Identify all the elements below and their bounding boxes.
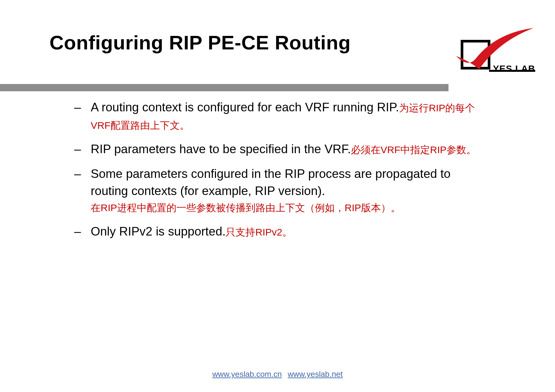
footer-link-1[interactable]: www.yeslab.com.cn [212,370,282,378]
slide: Configuring RIP PE-CE Routing YES LAB – … [0,0,555,392]
list-item: – A routing context is configured for ea… [74,99,480,133]
bullet-text-en: Only RIPv2 is supported. [91,225,226,238]
footer: www.yeslab.com.cnwww.yeslab.net [0,370,555,379]
bullet-dash-icon: – [74,165,81,183]
title-underline [0,84,448,91]
bullet-list: – A routing context is configured for ea… [74,99,480,247]
bullet-text-en: Some parameters configured in the RIP pr… [91,167,450,198]
list-item: – RIP parameters have to be specified in… [74,141,480,158]
footer-link-2[interactable]: www.yeslab.net [288,370,343,378]
bullet-dash-icon: – [74,223,81,240]
bullet-text-en: A routing context is configured for each… [91,100,399,114]
bullet-dash-icon: – [74,99,81,116]
bullet-text-zh: 在RIP进程中配置的一些参数被传播到路由上下文（例如，RIP版本）。 [91,200,480,216]
list-item: – Some parameters configured in the RIP … [74,165,480,216]
logo-text: YES LAB [493,64,535,74]
bullet-text-zh: 必须在VRF中指定RIP参数。 [351,144,476,155]
logo: YES LAB [436,23,535,76]
bullet-text-zh: 只支持RIPv2。 [226,227,292,238]
bullet-dash-icon: – [74,141,81,158]
list-item: – Only RIPv2 is supported.只支持RIPv2。 [74,223,480,240]
slide-title: Configuring RIP PE-CE Routing [49,31,351,54]
bullet-text-en: RIP parameters have to be specified in t… [91,142,351,156]
